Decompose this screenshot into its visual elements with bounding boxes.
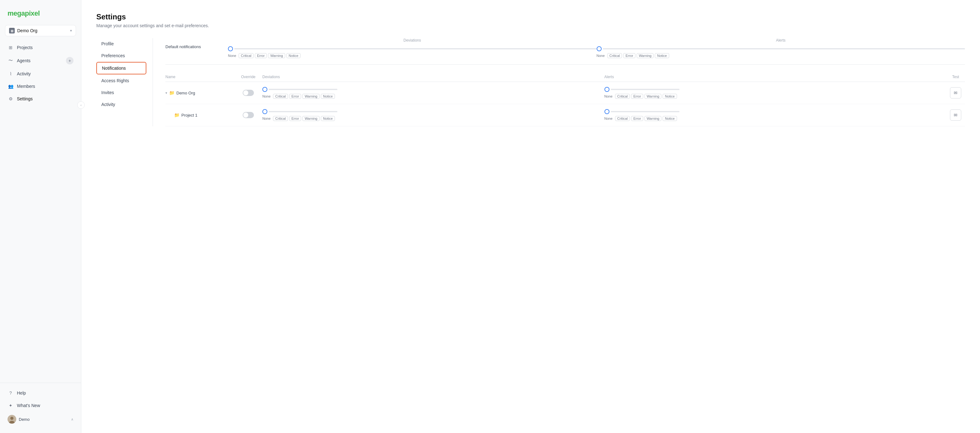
help-icon: ? — [8, 390, 14, 396]
sidebar: megapixel ▦ Demo Org ▾ ⊞ Projects 〜 Agen… — [0, 0, 81, 433]
alerts-slider-track[interactable] — [603, 48, 965, 49]
sidebar-item-label: Help — [17, 390, 73, 395]
sidebar-item-agents[interactable]: 〜 Agents + — [0, 54, 81, 67]
row-deviations-warning: Warning — [302, 94, 320, 99]
alerts-critical-badge: Critical — [607, 53, 622, 58]
toggle-knob — [243, 113, 248, 118]
th-deviations: Deviations — [262, 75, 605, 79]
sidebar-collapse-button[interactable]: ‹ — [77, 101, 85, 109]
settings-nav-access-rights[interactable]: Access Rights — [96, 75, 146, 86]
row-name-label: Demo Org — [177, 91, 195, 96]
row-alerts-track[interactable] — [611, 89, 679, 90]
sidebar-item-activity[interactable]: ⌇ Activity — [0, 67, 81, 80]
row-name-label: Project 1 — [181, 113, 197, 118]
row-deviations-track[interactable] — [269, 89, 337, 90]
row-deviations-thumb[interactable] — [262, 109, 267, 114]
row-deviations-labels: None Critical Error Warning Notice — [262, 94, 605, 99]
row-alerts-none: None — [605, 94, 612, 98]
th-override: Override — [234, 75, 262, 79]
sidebar-item-label: Agents — [17, 58, 63, 63]
row-alerts-thumb[interactable] — [605, 87, 609, 92]
row-demo-org-alerts: None Critical Error Warning Notice — [605, 87, 947, 99]
row-deviations-none: None — [262, 116, 270, 120]
alerts-header: Alerts — [597, 38, 965, 43]
sidebar-item-whats-new[interactable]: ✦ What's New — [0, 399, 81, 412]
main-content: Settings Manage your account settings an… — [81, 0, 980, 433]
deviations-column: Deviations None Critical Error Warning N… — [228, 38, 597, 58]
row-alerts-labels: None Critical Error Warning Notice — [605, 116, 947, 121]
row-deviations-critical: Critical — [273, 94, 288, 99]
row-alerts-slider-row — [605, 87, 947, 92]
sparkle-icon: ✦ — [8, 402, 14, 409]
row-alerts-error: Error — [631, 94, 643, 99]
sidebar-item-label: Settings — [17, 96, 73, 101]
settings-nav: Profile Preferences Notifications Access… — [96, 38, 153, 126]
sidebar-item-projects[interactable]: ⊞ Projects — [0, 41, 81, 54]
row-alerts-thumb[interactable] — [605, 109, 609, 114]
table-header: Name Override Deviations Alerts Test — [165, 72, 965, 82]
default-label-text: Default notifications — [165, 45, 228, 49]
row-deviations-slider-row — [262, 109, 605, 114]
sidebar-item-label: Members — [17, 84, 73, 89]
test-email-button[interactable]: ✉ — [950, 87, 961, 99]
org-chevron-icon: ▾ — [70, 29, 72, 33]
alerts-none-label: None — [597, 54, 605, 57]
user-profile-row[interactable]: Demo ∧ — [0, 412, 81, 427]
toggle-knob — [243, 90, 248, 96]
th-test: Test — [946, 75, 965, 79]
sidebar-bottom: ? Help ✦ What's New Demo ∧ — [0, 383, 81, 427]
settings-nav-profile[interactable]: Profile — [96, 38, 146, 49]
test-email-button[interactable]: ✉ — [950, 110, 961, 121]
row-deviations-track[interactable] — [269, 111, 337, 112]
sidebar-item-settings[interactable]: ⚙ Settings — [0, 92, 81, 105]
deviations-notice-badge: Notice — [286, 53, 301, 58]
add-agent-button[interactable]: + — [66, 57, 73, 64]
avatar — [8, 415, 16, 423]
settings-nav-notifications[interactable]: Notifications — [96, 62, 146, 75]
deviations-error-badge: Error — [255, 53, 267, 58]
row-demo-org-test: ✉ — [946, 87, 965, 99]
row-deviations-error: Error — [289, 94, 301, 99]
row-deviations-thumb[interactable] — [262, 87, 267, 92]
sidebar-item-members[interactable]: 👥 Members — [0, 80, 81, 92]
grid-icon: ⊞ — [8, 45, 14, 51]
deviations-none-label: None — [228, 54, 236, 57]
row-project1-alerts: None Critical Error Warning Notice — [605, 109, 947, 121]
row-alerts-track[interactable] — [611, 111, 679, 112]
row-alerts-slider-row — [605, 109, 947, 114]
deviations-labels: None Critical Error Warning Notice — [228, 53, 597, 58]
activity-icon: ⌇ — [8, 71, 14, 77]
settings-nav-invites[interactable]: Invites — [96, 87, 146, 98]
deviations-slider-track[interactable] — [234, 48, 597, 49]
row-alerts-labels: None Critical Error Warning Notice — [605, 94, 947, 99]
sidebar-item-label: What's New — [17, 403, 73, 408]
alerts-error-badge: Error — [623, 53, 635, 58]
row-alerts-error: Error — [631, 116, 643, 121]
row-project1-deviations: None Critical Error Warning Notice — [262, 109, 605, 121]
page-title: Settings — [96, 13, 965, 21]
settings-layout: Profile Preferences Notifications Access… — [96, 38, 965, 126]
override-toggle[interactable] — [243, 90, 254, 96]
settings-nav-activity[interactable]: Activity — [96, 99, 146, 110]
deviations-slider-thumb[interactable] — [228, 46, 233, 51]
gear-icon: ⚙ — [8, 96, 14, 102]
org-selector[interactable]: ▦ Demo Org ▾ — [5, 25, 76, 36]
app-logo: megapixel — [0, 6, 81, 25]
settings-content: Default notifications Deviations None Cr… — [153, 38, 965, 126]
settings-nav-preferences[interactable]: Preferences — [96, 50, 146, 61]
row-deviations-slider-row — [262, 87, 605, 92]
expand-chevron-icon[interactable]: ▾ — [165, 91, 167, 95]
row-deviations-notice: Notice — [321, 94, 335, 99]
row-project1-override — [234, 112, 262, 118]
row-project1-name: 📁 Project 1 — [165, 113, 234, 118]
th-name: Name — [165, 75, 234, 79]
row-demo-org-override — [234, 90, 262, 96]
row-deviations-notice: Notice — [321, 116, 335, 121]
row-alerts-notice: Notice — [663, 94, 677, 99]
override-toggle[interactable] — [243, 112, 254, 118]
table-row: ▾ 📁 Demo Org None Critica — [165, 82, 965, 104]
sidebar-item-help[interactable]: ? Help — [0, 387, 81, 399]
alerts-slider-thumb[interactable] — [597, 46, 601, 51]
row-demo-org-deviations: None Critical Error Warning Notice — [262, 87, 605, 99]
row-deviations-none: None — [262, 94, 270, 98]
